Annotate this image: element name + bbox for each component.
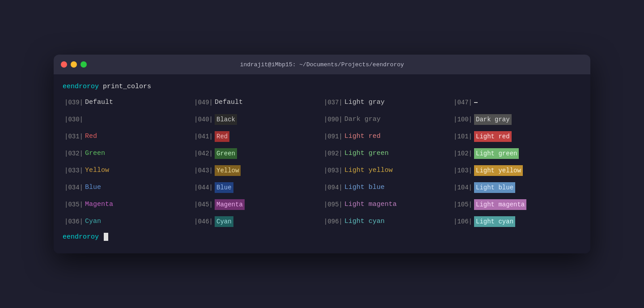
color-code: |049| [194,98,213,107]
color-label: Default [85,97,113,108]
color-label: Red [85,131,97,142]
color-code: |106| [453,217,472,227]
color-code: |105| [453,200,472,210]
table-row: |034|Blue [63,179,192,196]
titlebar: indrajit@iMbp15: ~/Documents/Projects/ee… [54,55,590,74]
color-label: Magenta [85,199,113,210]
table-row: |046|Cyan [192,213,322,230]
color-code: |034| [64,183,83,192]
command-line-2: eendroroy [63,232,581,243]
color-code: |103| [453,166,472,175]
table-row: |102|Light green [452,145,581,162]
color-code: |093| [324,166,343,175]
table-row: |104|Light blue [452,179,581,196]
color-code: |036| [64,217,83,227]
table-row: |093|Light yellow [322,162,452,179]
table-row: |037|Light gray [322,94,452,111]
color-code: |100| [453,115,472,124]
table-row: |033|Yellow [63,162,192,179]
table-row: |092|Light green [322,145,452,162]
color-label: Light cyan [344,216,385,227]
color-code: |091| [324,132,343,141]
color-label: Cyan [215,216,233,227]
color-code: |094| [324,183,343,192]
color-label: Yellow [85,165,109,176]
color-column-0: |039|Default|030||031|Red|032|Green|033|… [63,94,192,230]
color-code: |102| [453,149,472,158]
color-label: Default [215,97,243,108]
color-code: |104| [453,183,472,192]
traffic-lights [61,61,87,68]
color-code: |032| [64,149,83,158]
table-row: |091|Light red [322,128,452,145]
table-row: |035|Magenta [63,196,192,213]
color-code: |045| [194,200,213,210]
color-label: Light blue [344,182,385,193]
table-row: |101|Light red [452,128,581,145]
table-row: |103|Light yellow [452,162,581,179]
table-row: |030| [63,111,192,128]
table-row: |043|Yellow [192,162,322,179]
table-row: |094|Light blue [322,179,452,196]
color-code: |035| [64,200,83,210]
table-row: |100|Dark gray [452,111,581,128]
color-label: Light yellow [344,165,393,176]
terminal-window: indrajit@iMbp15: ~/Documents/Projects/ee… [54,55,590,253]
color-label: Black [215,114,237,125]
color-label: Light green [474,148,519,159]
color-table: |039|Default|030||031|Red|032|Green|033|… [63,94,581,230]
table-row: |105|Light magenta [452,196,581,213]
color-label: Light red [344,131,381,142]
table-row: |042|Green [192,145,322,162]
color-code: |037| [324,98,343,107]
color-label: Red [215,131,229,142]
color-label: Light cyan [474,216,515,227]
color-label [474,102,478,103]
color-label: Light green [344,148,389,159]
terminal-cursor [104,233,108,241]
color-code: |046| [194,217,213,227]
window-title: indrajit@iMbp15: ~/Documents/Projects/ee… [240,61,404,68]
color-label: Light blue [474,182,515,193]
color-column-1: |049|Default|040|Black|041|Red|042|Green… [192,94,322,230]
color-label: Light red [474,131,512,142]
close-button[interactable] [61,61,67,68]
color-label: Light yellow [474,165,523,176]
color-label: Yellow [215,165,241,176]
color-code: |090| [324,115,343,124]
table-row: |032|Green [63,145,192,162]
color-code: |033| [64,166,83,175]
table-row: |044|Blue [192,179,322,196]
color-label: Light gray [344,97,385,108]
color-label: Dark gray [344,114,381,125]
color-code: |096| [324,217,343,227]
color-code: |041| [194,132,213,141]
color-label: Green [215,148,237,159]
table-row: |047| [452,94,581,111]
prompt-name-1: eendroroy [63,83,99,90]
color-code: |030| [64,115,83,124]
color-label: Blue [85,182,101,193]
color-code: |040| [194,115,213,124]
table-row: |041|Red [192,128,322,145]
table-row: |040|Black [192,111,322,128]
color-label: Dark gray [474,114,512,125]
table-row: |045|Magenta [192,196,322,213]
terminal-body: eendroroy print_colors |039|Default|030|… [54,74,590,253]
maximize-button[interactable] [80,61,87,68]
color-label: Light magenta [344,199,397,210]
color-code: |101| [453,132,472,141]
color-column-3: |047||100|Dark gray|101|Light red|102|Li… [452,94,581,230]
command-line-1: eendroroy print_colors [63,81,581,92]
table-row: |096|Light cyan [322,213,452,230]
color-code: |031| [64,132,83,141]
table-row: |106|Light cyan [452,213,581,230]
color-code: |042| [194,149,213,158]
table-row: |039|Default [63,94,192,111]
table-row: |049|Default [192,94,322,111]
minimize-button[interactable] [71,61,77,68]
command-text-1: print_colors [103,83,151,90]
color-code: |092| [324,149,343,158]
color-label: Green [85,148,105,159]
prompt-name-2: eendroroy [63,233,99,241]
